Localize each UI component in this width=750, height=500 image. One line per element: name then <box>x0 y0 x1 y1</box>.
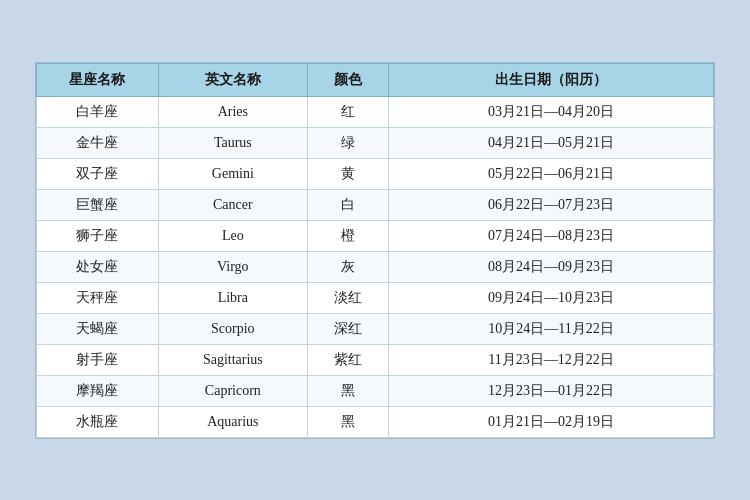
cell-color: 紫红 <box>307 344 388 375</box>
cell-date: 04月21日—05月21日 <box>389 127 714 158</box>
cell-cn: 摩羯座 <box>37 375 159 406</box>
cell-color: 黄 <box>307 158 388 189</box>
header-cn: 星座名称 <box>37 63 159 96</box>
cell-en: Scorpio <box>158 313 307 344</box>
cell-en: Libra <box>158 282 307 313</box>
cell-en: Taurus <box>158 127 307 158</box>
cell-cn: 金牛座 <box>37 127 159 158</box>
cell-date: 10月24日—11月22日 <box>389 313 714 344</box>
cell-cn: 狮子座 <box>37 220 159 251</box>
cell-en: Virgo <box>158 251 307 282</box>
zodiac-table-wrapper: 星座名称 英文名称 颜色 出生日期（阳历） 白羊座Aries红03月21日—04… <box>35 62 715 439</box>
cell-date: 12月23日—01月22日 <box>389 375 714 406</box>
zodiac-table: 星座名称 英文名称 颜色 出生日期（阳历） 白羊座Aries红03月21日—04… <box>36 63 714 438</box>
cell-en: Capricorn <box>158 375 307 406</box>
table-row: 天秤座Libra淡红09月24日—10月23日 <box>37 282 714 313</box>
cell-cn: 白羊座 <box>37 96 159 127</box>
cell-en: Aries <box>158 96 307 127</box>
cell-en: Cancer <box>158 189 307 220</box>
cell-date: 09月24日—10月23日 <box>389 282 714 313</box>
cell-color: 灰 <box>307 251 388 282</box>
cell-date: 05月22日—06月21日 <box>389 158 714 189</box>
table-row: 摩羯座Capricorn黑12月23日—01月22日 <box>37 375 714 406</box>
cell-date: 01月21日—02月19日 <box>389 406 714 437</box>
cell-en: Aquarius <box>158 406 307 437</box>
cell-en: Gemini <box>158 158 307 189</box>
table-row: 白羊座Aries红03月21日—04月20日 <box>37 96 714 127</box>
cell-color: 橙 <box>307 220 388 251</box>
header-en: 英文名称 <box>158 63 307 96</box>
table-row: 射手座Sagittarius紫红11月23日—12月22日 <box>37 344 714 375</box>
table-row: 处女座Virgo灰08月24日—09月23日 <box>37 251 714 282</box>
table-row: 天蝎座Scorpio深红10月24日—11月22日 <box>37 313 714 344</box>
cell-date: 08月24日—09月23日 <box>389 251 714 282</box>
cell-date: 07月24日—08月23日 <box>389 220 714 251</box>
cell-en: Leo <box>158 220 307 251</box>
cell-cn: 水瓶座 <box>37 406 159 437</box>
cell-color: 深红 <box>307 313 388 344</box>
cell-cn: 双子座 <box>37 158 159 189</box>
cell-color: 红 <box>307 96 388 127</box>
cell-cn: 天秤座 <box>37 282 159 313</box>
cell-cn: 处女座 <box>37 251 159 282</box>
header-color: 颜色 <box>307 63 388 96</box>
cell-date: 03月21日—04月20日 <box>389 96 714 127</box>
table-header-row: 星座名称 英文名称 颜色 出生日期（阳历） <box>37 63 714 96</box>
cell-en: Sagittarius <box>158 344 307 375</box>
table-row: 巨蟹座Cancer白06月22日—07月23日 <box>37 189 714 220</box>
cell-date: 06月22日—07月23日 <box>389 189 714 220</box>
cell-color: 黑 <box>307 406 388 437</box>
table-row: 水瓶座Aquarius黑01月21日—02月19日 <box>37 406 714 437</box>
table-row: 双子座Gemini黄05月22日—06月21日 <box>37 158 714 189</box>
cell-cn: 巨蟹座 <box>37 189 159 220</box>
cell-color: 白 <box>307 189 388 220</box>
cell-date: 11月23日—12月22日 <box>389 344 714 375</box>
header-date: 出生日期（阳历） <box>389 63 714 96</box>
cell-color: 绿 <box>307 127 388 158</box>
cell-cn: 天蝎座 <box>37 313 159 344</box>
table-row: 狮子座Leo橙07月24日—08月23日 <box>37 220 714 251</box>
table-row: 金牛座Taurus绿04月21日—05月21日 <box>37 127 714 158</box>
cell-color: 淡红 <box>307 282 388 313</box>
cell-cn: 射手座 <box>37 344 159 375</box>
cell-color: 黑 <box>307 375 388 406</box>
